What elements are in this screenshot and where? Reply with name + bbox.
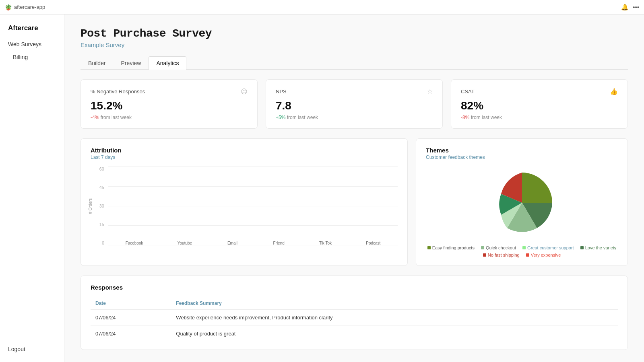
bar-group-tiktok: Tik Tok [319,239,332,245]
legend-dot-quick-checkout [481,246,484,249]
sidebar-item-billing[interactable]: Billing [8,53,56,61]
sidebar: Aftercare Web Surveys Billing Logout [0,14,64,362]
table-row: 07/06/24 Website experience needs improv… [91,310,618,326]
col-header-date: Date [91,297,171,310]
metric-value-csat: 82% [461,99,618,112]
bar-group-facebook: Facebook [126,239,143,245]
bar-label-youtube: Youtube [178,241,192,245]
bar-label-email: Email [227,241,237,245]
bell-icon[interactable]: 🔔 [621,4,629,11]
bar-group-email: Email [226,239,238,245]
attribution-title: Attribution [91,147,398,154]
legend-label-easy-finding: Easy finding products [432,245,475,250]
bar-label-facebook: Facebook [126,241,143,245]
app-icon: 🪴 [5,4,12,10]
metric-value-negative: 15.2% [91,99,248,112]
tab-builder[interactable]: Builder [80,56,114,70]
pie-chart-container: Easy finding products Quick checkout Gre… [426,167,618,257]
legend: Easy finding products Quick checkout Gre… [426,245,618,257]
legend-item-very-expensive: Very expensive [526,253,561,257]
metric-value-nps: 7.8 [276,99,433,112]
responses-title: Responses [91,284,618,291]
metric-cards: % Negative Responses ☹ 15.2% -4% from la… [80,79,628,129]
response-date-1: 07/06/24 [91,310,171,326]
legend-dot-great-support [522,246,526,249]
themes-card: Themes Customer feedback themes [416,138,628,266]
charts-row: Attribution Last 7 days 60 45 30 15 0 # … [80,138,628,266]
attribution-card: Attribution Last 7 days 60 45 30 15 0 # … [80,138,408,266]
themes-subtitle: Customer feedback themes [426,154,618,160]
metric-card-nps: NPS ☆ 7.8 +5% from last week [266,79,443,129]
response-summary-1: Website experience needs improvement, Pr… [171,310,618,326]
sad-face-icon: ☹ [241,88,248,95]
tabs: Builder Preview Analytics [80,56,628,70]
sidebar-item-web-surveys[interactable]: Web Surveys [8,40,56,48]
legend-item-quick-checkout: Quick checkout [481,245,516,250]
legend-label-love-variety: Love the variety [585,245,617,250]
y-label-15: 15 [99,222,104,227]
page-subtitle: Example Survey [80,41,628,48]
y-label-0: 0 [102,241,104,245]
y-label-30: 30 [99,204,104,208]
legend-label-great-support: Great customer support [527,245,574,250]
legend-dot-no-fast-shipping [483,253,486,257]
legend-item-easy-finding: Easy finding products [427,245,475,250]
main-content: Post Purchase Survey Example Survey Buil… [64,14,644,362]
metric-change-negative: -4% from last week [91,115,248,120]
pie-chart-svg [486,167,558,239]
metric-change-csat: -8% from last week [461,115,618,120]
legend-dot-easy-finding [427,246,431,249]
metric-label-negative: % Negative Responses [91,88,145,95]
legend-item-no-fast-shipping: No fast shipping [483,253,520,257]
legend-dot-very-expensive [526,253,529,257]
metric-change-value-nps: +5% [276,115,285,120]
attribution-subtitle: Last 7 days [91,154,398,160]
responses-card: Responses Date Feedback Summary 07/06/24… [80,276,628,350]
bar-chart-container: 60 45 30 15 0 # Orders [91,167,398,255]
star-icon: ☆ [427,88,433,95]
metric-change-label-negative: from last week [99,115,132,120]
metric-label-csat: CSAT [461,88,475,95]
response-summary-2: Quality of product is great [171,326,618,342]
legend-item-great-support: Great customer support [522,245,574,250]
bar-label-friend: Friend [273,241,284,245]
responses-table: Date Feedback Summary 07/06/24 Website e… [91,297,618,341]
response-date-2: 07/06/24 [91,326,171,342]
col-header-feedback: Feedback Summary [171,297,618,310]
metric-card-csat: CSAT 👍 82% -8% from last week [451,79,628,129]
metric-change-label-nps: from last week [285,115,318,120]
top-bar-right: 🔔 ••• [621,4,639,11]
bar-label-podcast: Podcast [366,241,380,245]
bar-group-podcast: Podcast [366,239,380,245]
metric-change-nps: +5% from last week [276,115,433,120]
bar-group-youtube: Youtube [178,239,192,245]
metric-change-value-csat: -8% [461,115,469,120]
metric-change-label-csat: from last week [469,115,502,120]
sidebar-logout[interactable]: Logout [8,346,56,352]
themes-title: Themes [426,147,618,154]
legend-label-very-expensive: Very expensive [531,253,561,257]
top-bar-left: 🪴 aftercare-app [5,4,45,10]
page-title: Post Purchase Survey [80,27,628,40]
sidebar-brand: Aftercare [8,24,56,32]
legend-label-no-fast-shipping: No fast shipping [488,253,520,257]
table-row: 07/06/24 Quality of product is great [91,326,618,342]
more-icon[interactable]: ••• [633,4,639,10]
app-name: aftercare-app [14,4,45,10]
tab-preview[interactable]: Preview [114,56,149,70]
y-axis-title: # Orders [88,198,93,214]
y-label-45: 45 [99,185,104,190]
sidebar-nav: Web Surveys Billing [8,40,56,61]
legend-label-quick-checkout: Quick checkout [486,245,516,250]
legend-item-love-variety: Love the variety [580,245,617,250]
legend-dot-love-variety [580,246,584,249]
metric-card-negative-responses: % Negative Responses ☹ 15.2% -4% from la… [80,79,258,129]
metric-change-value-negative: -4% [91,115,99,120]
metric-label-nps: NPS [276,88,287,95]
thumbs-up-icon: 👍 [610,88,618,95]
y-label-60: 60 [99,167,104,171]
bar-group-friend: Friend [273,239,285,245]
top-bar: 🪴 aftercare-app 🔔 ••• [0,0,644,14]
bar-label-tiktok: Tik Tok [319,241,332,245]
tab-analytics[interactable]: Analytics [149,56,186,70]
